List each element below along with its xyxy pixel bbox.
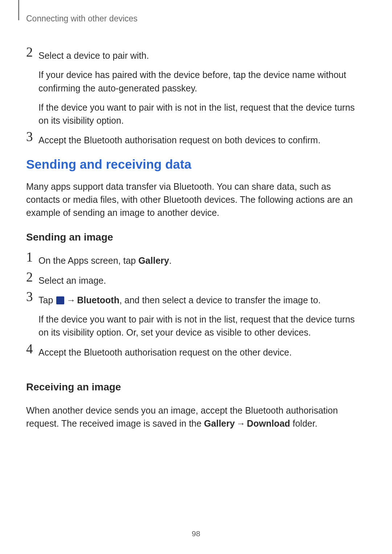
- subsection-title-receiving: Receiving an image: [26, 381, 366, 393]
- text-prefix: On the Apps screen, tap: [38, 255, 138, 266]
- breadcrumb-header: Connecting with other devices: [0, 14, 392, 24]
- step-body: Select a device to pair with. If your de…: [38, 49, 366, 127]
- step-body: On the Apps screen, tap Gallery.: [38, 254, 366, 267]
- step-body: Tap → Bluetooth, and then select a devic…: [38, 294, 366, 339]
- step-text: If your device has paired with the devic…: [38, 68, 366, 95]
- step-body: Select an image.: [38, 274, 366, 287]
- step-body: Accept the Bluetooth authorisation reque…: [38, 346, 366, 359]
- step-text: Select a device to pair with.: [38, 49, 366, 62]
- text-suffix: .: [169, 255, 172, 266]
- step-text: Select an image.: [38, 274, 366, 287]
- arrow-icon: →: [236, 417, 245, 430]
- section-intro: Many apps support data transfer via Blue…: [26, 180, 366, 219]
- text-suffix: , and then select a device to transfer t…: [119, 295, 321, 305]
- step-3: 3 Accept the Bluetooth authorisation req…: [26, 134, 366, 147]
- step-text: Accept the Bluetooth authorisation reque…: [38, 134, 366, 147]
- sending-step-2: 2 Select an image.: [26, 274, 366, 287]
- step-text: If the device you want to pair with is n…: [38, 313, 366, 339]
- subsection-title-sending: Sending an image: [26, 231, 366, 243]
- step-text: Tap → Bluetooth, and then select a devic…: [38, 294, 366, 307]
- step-2: 2 Select a device to pair with. If your …: [26, 49, 366, 127]
- sending-step-4: 4 Accept the Bluetooth authorisation req…: [26, 346, 366, 359]
- page-number: 98: [0, 529, 392, 538]
- section-title: Sending and receiving data: [26, 157, 366, 172]
- step-number: 2: [26, 270, 33, 284]
- arrow-icon: →: [66, 294, 75, 307]
- sending-step-3: 3 Tap → Bluetooth, and then select a dev…: [26, 294, 366, 339]
- breadcrumb-text: Connecting with other devices: [26, 14, 138, 23]
- step-text: On the Apps screen, tap Gallery.: [38, 254, 366, 267]
- share-icon: [56, 296, 64, 304]
- step-number: 3: [26, 290, 33, 303]
- text-bold: Gallery: [204, 418, 235, 428]
- step-text: If the device you want to pair with is n…: [38, 101, 366, 127]
- step-number: 3: [26, 130, 33, 143]
- step-number: 2: [26, 45, 33, 59]
- sending-step-1: 1 On the Apps screen, tap Gallery.: [26, 254, 366, 267]
- header-tab-mark: [18, 0, 19, 20]
- text-suffix: folder.: [290, 418, 317, 428]
- text-prefix: Tap: [38, 295, 56, 305]
- step-body: Accept the Bluetooth authorisation reque…: [38, 134, 366, 147]
- receiving-text: When another device sends you an image, …: [26, 404, 366, 430]
- step-number: 4: [26, 342, 33, 356]
- step-text: Accept the Bluetooth authorisation reque…: [38, 346, 366, 359]
- text-bold: Bluetooth: [77, 295, 119, 305]
- step-number: 1: [26, 250, 33, 264]
- text-bold: Gallery: [138, 255, 169, 266]
- page-content: 2 Select a device to pair with. If your …: [0, 49, 392, 430]
- text-bold: Download: [247, 418, 290, 428]
